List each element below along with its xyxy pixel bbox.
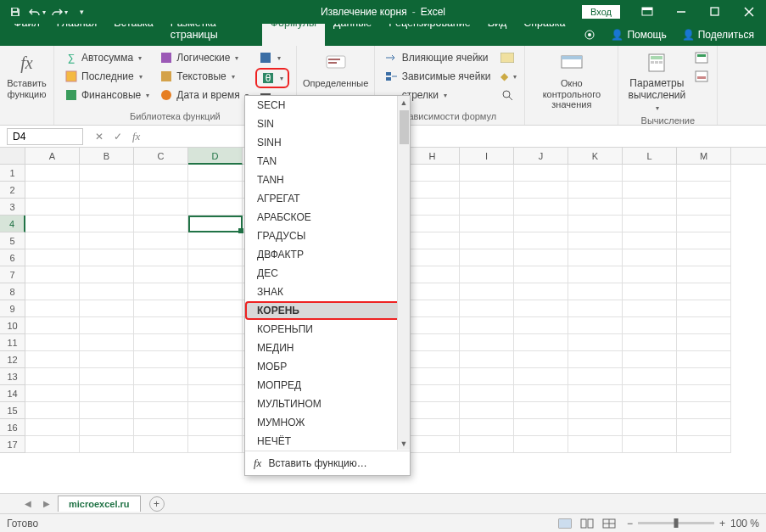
cell[interactable]	[677, 436, 731, 453]
fn-item-корень[interactable]: КОРЕНЬ	[245, 301, 410, 320]
cell[interactable]	[623, 300, 677, 317]
cell[interactable]	[188, 283, 243, 300]
sheet-tab[interactable]: microexcel.ru	[58, 496, 141, 512]
cell[interactable]	[80, 351, 134, 368]
name-box[interactable]: D4	[7, 128, 83, 145]
zoom-level[interactable]: 100 %	[730, 518, 759, 529]
cell[interactable]	[514, 419, 568, 436]
error-check-button[interactable]: ◆▾	[497, 68, 517, 85]
cell[interactable]	[460, 436, 514, 453]
fn-item-медин[interactable]: МЕДИН	[245, 339, 410, 357]
zoom-control[interactable]: − + 100 %	[627, 518, 759, 529]
cell[interactable]	[623, 334, 677, 351]
sheet-nav-next-icon[interactable]: ▶	[39, 496, 54, 512]
cell[interactable]	[25, 182, 80, 199]
cell[interactable]	[188, 317, 243, 334]
cell[interactable]	[25, 199, 80, 216]
cell[interactable]	[568, 232, 623, 249]
cell[interactable]	[623, 249, 677, 266]
cell[interactable]	[514, 402, 568, 419]
cell[interactable]	[25, 283, 80, 300]
row-header[interactable]: 17	[0, 436, 25, 453]
cell[interactable]	[514, 266, 568, 283]
cell[interactable]	[568, 216, 623, 232]
cell[interactable]	[568, 334, 623, 351]
cell[interactable]	[25, 266, 80, 283]
cell[interactable]	[80, 266, 134, 283]
calc-options-button[interactable]: Параметры вычислений ▾	[623, 48, 690, 114]
cell[interactable]	[134, 317, 188, 334]
cell[interactable]	[677, 199, 731, 216]
cell[interactable]	[677, 165, 731, 182]
help-link[interactable]: 👤Помощь	[604, 27, 673, 46]
normal-view-icon[interactable]	[555, 516, 575, 531]
cell[interactable]	[460, 182, 514, 199]
fn-item-sin[interactable]: SIN	[245, 115, 410, 133]
cell[interactable]	[623, 317, 677, 334]
cell[interactable]	[677, 419, 731, 436]
cell[interactable]	[405, 199, 460, 216]
fn-item-tan[interactable]: TAN	[245, 152, 410, 171]
dropdown-scrollbar[interactable]: ▲ ▼	[397, 96, 410, 450]
cell[interactable]	[677, 351, 731, 368]
row-header[interactable]: 3	[0, 199, 25, 216]
cell[interactable]	[514, 351, 568, 368]
cell[interactable]	[134, 199, 188, 216]
cell[interactable]	[568, 402, 623, 419]
cell[interactable]	[460, 249, 514, 266]
minimize-icon[interactable]	[664, 0, 698, 24]
cell[interactable]	[188, 232, 243, 249]
cell[interactable]	[80, 300, 134, 317]
cell[interactable]	[405, 419, 460, 436]
row-header[interactable]: 9	[0, 300, 25, 317]
cell[interactable]	[405, 216, 460, 232]
cell[interactable]	[623, 199, 677, 216]
cell[interactable]	[677, 216, 731, 232]
cell[interactable]	[25, 249, 80, 266]
cell[interactable]	[568, 165, 623, 182]
cell[interactable]	[188, 266, 243, 283]
cell[interactable]	[568, 419, 623, 436]
row-header[interactable]: 7	[0, 266, 25, 283]
cell[interactable]	[188, 402, 243, 419]
fn-item-кореньпи[interactable]: КОРЕНЬПИ	[245, 320, 410, 339]
datetime-button[interactable]: Дата и время▾	[156, 87, 251, 104]
fn-item-мобр[interactable]: МОБР	[245, 357, 410, 376]
cell[interactable]	[80, 334, 134, 351]
cell[interactable]	[514, 300, 568, 317]
col-header[interactable]: D	[188, 148, 243, 165]
cell[interactable]	[514, 199, 568, 216]
calc-sheet-button[interactable]	[691, 68, 710, 85]
scroll-up-icon[interactable]: ▲	[398, 96, 410, 109]
cell[interactable]	[25, 317, 80, 334]
cell[interactable]	[677, 402, 731, 419]
cell[interactable]	[514, 317, 568, 334]
cell[interactable]	[405, 266, 460, 283]
cell[interactable]	[568, 300, 623, 317]
sheet-nav-prev-icon[interactable]: ◀	[20, 496, 36, 512]
cell[interactable]	[405, 351, 460, 368]
row-header[interactable]: 2	[0, 182, 25, 199]
financial-button[interactable]: Финансовые▾	[61, 87, 153, 104]
fn-item-градусы[interactable]: ГРАДУСЫ	[245, 227, 410, 245]
cell[interactable]	[25, 436, 80, 453]
insert-function-button[interactable]: fx Вставить функцию	[5, 48, 48, 101]
cell[interactable]	[677, 249, 731, 266]
text-button[interactable]: Текстовые▾	[156, 68, 251, 85]
col-header[interactable]: M	[677, 148, 731, 164]
cell[interactable]	[405, 317, 460, 334]
cell[interactable]	[134, 385, 188, 402]
cell[interactable]	[25, 368, 80, 385]
cell[interactable]	[568, 182, 623, 199]
cell[interactable]	[405, 249, 460, 266]
cell[interactable]	[677, 232, 731, 249]
cell[interactable]	[134, 165, 188, 182]
zoom-in-icon[interactable]: +	[719, 518, 725, 529]
page-break-icon[interactable]	[599, 516, 619, 531]
fn-item-знак[interactable]: ЗНАК	[245, 283, 410, 301]
insert-function-footer[interactable]: fx Вставить функцию…	[245, 451, 410, 475]
cell[interactable]	[623, 385, 677, 402]
cell[interactable]	[25, 165, 80, 182]
col-header[interactable]: B	[80, 148, 134, 164]
cell[interactable]	[80, 216, 134, 232]
